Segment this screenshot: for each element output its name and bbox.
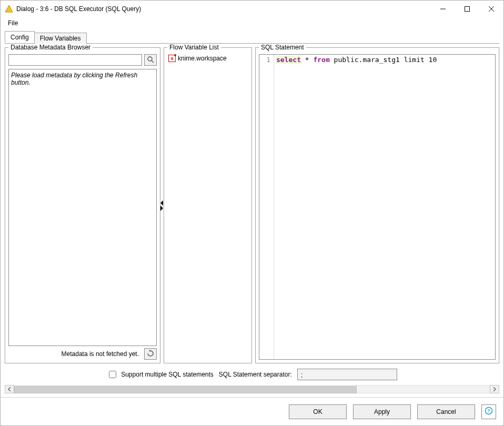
- metadata-refresh-button[interactable]: [144, 348, 157, 360]
- svg-point-5: [148, 57, 152, 61]
- support-multiple-checkbox-label[interactable]: Support multiple SQL statements: [107, 369, 214, 380]
- string-variable-icon: s: [168, 55, 176, 62]
- dialog-footer: OK Apply Cancel ?: [1, 397, 503, 425]
- svg-line-6: [152, 60, 154, 63]
- sql-statement-pane: SQL Statement 1 select * from public.mar…: [255, 44, 499, 363]
- app-icon: [5, 5, 13, 13]
- separator-label: SQL Statement separator:: [219, 371, 292, 378]
- sql-text: public.mara_stg1 limit 10: [330, 56, 437, 64]
- support-multiple-checkbox[interactable]: [109, 371, 116, 378]
- metadata-status-row: Metadata is not fetched yet.: [8, 348, 157, 360]
- close-button[interactable]: [479, 1, 503, 17]
- help-icon: ?: [485, 407, 493, 417]
- titlebar: Dialog - 3:6 - DB SQL Executor (SQL Quer…: [1, 1, 503, 17]
- metadata-search-row: [8, 54, 157, 66]
- svg-marker-0: [5, 5, 13, 12]
- flow-variable-item[interactable]: s knime.workspace: [167, 54, 248, 63]
- svg-text:?: ?: [487, 408, 490, 413]
- refresh-icon: [147, 350, 154, 359]
- line-number: 1: [260, 56, 270, 64]
- metadata-browser-pane: Database Metadata Browser Please load me…: [5, 44, 160, 363]
- chevron-left-icon: [160, 200, 163, 206]
- flow-variable-list[interactable]: s knime.workspace: [167, 54, 248, 360]
- sql-keyword: select: [276, 56, 301, 64]
- minimize-button[interactable]: [431, 1, 455, 17]
- sql-statement-legend: SQL Statement: [259, 44, 306, 51]
- search-icon: [147, 56, 154, 65]
- separator-input[interactable]: [297, 369, 397, 380]
- svg-rect-2: [465, 7, 470, 12]
- scroll-thumb[interactable]: [14, 386, 357, 393]
- window-title: Dialog - 3:6 - DB SQL Executor (SQL Quer…: [16, 5, 141, 13]
- support-multiple-text: Support multiple SQL statements: [121, 371, 214, 378]
- sql-text: *: [301, 56, 313, 64]
- sql-code[interactable]: select * from public.mara_stg1 limit 10: [274, 55, 495, 359]
- sql-editor[interactable]: 1 select * from public.mara_stg1 limit 1…: [259, 54, 496, 360]
- tab-config[interactable]: Config: [5, 31, 35, 43]
- options-row: Support multiple SQL statements SQL Stat…: [5, 363, 499, 382]
- ok-button[interactable]: OK: [289, 404, 347, 419]
- window: Dialog - 3:6 - DB SQL Executor (SQL Quer…: [0, 0, 504, 426]
- content-area: Database Metadata Browser Please load me…: [5, 44, 499, 394]
- flow-variable-name: knime.workspace: [178, 55, 227, 62]
- metadata-search-input[interactable]: [8, 54, 142, 66]
- chevron-right-icon: [160, 206, 163, 211]
- cancel-button[interactable]: Cancel: [417, 404, 475, 419]
- panes-row: Database Metadata Browser Please load me…: [5, 44, 499, 363]
- metadata-status-text: Metadata is not fetched yet.: [8, 350, 141, 358]
- maximize-button[interactable]: [455, 1, 479, 17]
- metadata-browser-legend: Database Metadata Browser: [8, 44, 93, 51]
- metadata-search-button[interactable]: [144, 54, 157, 66]
- tab-flow-variables[interactable]: Flow Variables: [34, 33, 87, 44]
- scroll-right-button[interactable]: [490, 385, 499, 393]
- metadata-placeholder-message: Please load metadata by clicking the Ref…: [8, 69, 157, 346]
- horizontal-scrollbar[interactable]: [5, 384, 499, 394]
- flow-variable-pane: Flow Variable List s knime.workspace: [164, 44, 252, 363]
- apply-button[interactable]: Apply: [353, 404, 411, 419]
- flow-variable-legend: Flow Variable List: [167, 44, 221, 51]
- sql-keyword: from: [313, 56, 329, 64]
- help-button[interactable]: ?: [481, 404, 496, 419]
- tab-strip: Config Flow Variables: [5, 32, 499, 44]
- menubar: File: [1, 17, 503, 29]
- scroll-left-button[interactable]: [5, 385, 14, 393]
- scroll-track[interactable]: [14, 385, 490, 393]
- menu-file[interactable]: File: [4, 18, 22, 28]
- sql-gutter: 1: [259, 55, 274, 359]
